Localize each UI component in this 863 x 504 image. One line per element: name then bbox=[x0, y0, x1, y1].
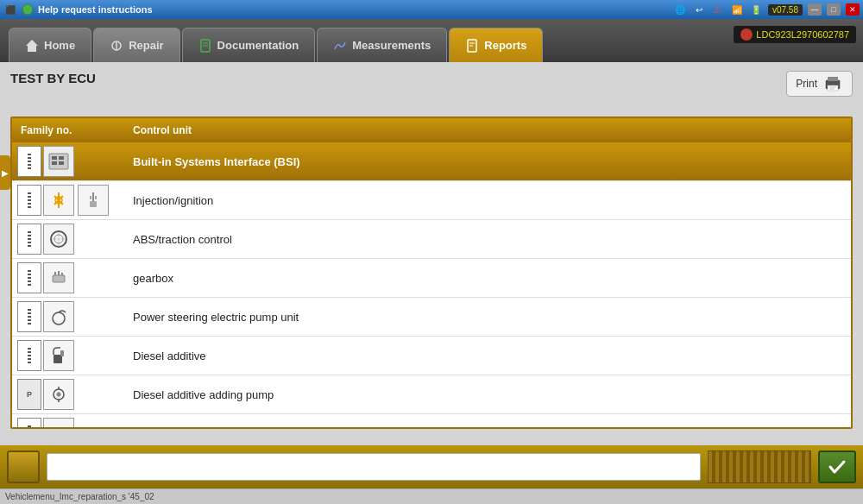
row-icons-5 bbox=[12, 298, 124, 336]
vin-display: LDC923L2970602787 bbox=[734, 26, 856, 43]
svg-rect-13 bbox=[828, 85, 838, 91]
titlebar: ⬛ Help request instructions 🌐 ↩ ⚠ 📶 🔋 v0… bbox=[0, 0, 863, 19]
ecu-connector-icon-6 bbox=[17, 340, 41, 371]
svg-rect-28 bbox=[53, 275, 65, 282]
vin-indicator bbox=[740, 28, 753, 41]
table-row[interactable]: ABS/traction control bbox=[12, 220, 851, 259]
version-badge: v07.58 bbox=[768, 4, 803, 16]
ecu-abs-icon bbox=[43, 224, 74, 255]
svg-rect-20 bbox=[59, 161, 64, 165]
confirm-button[interactable] bbox=[818, 450, 856, 483]
svg-rect-12 bbox=[828, 77, 838, 81]
svg-rect-34 bbox=[60, 350, 64, 356]
win-btn-min[interactable]: — bbox=[808, 3, 822, 16]
reports-icon bbox=[465, 39, 479, 53]
print-icon bbox=[822, 75, 843, 92]
table-row[interactable]: Diesel additive bbox=[12, 337, 851, 375]
row-label-8: Under inflation detection bbox=[124, 422, 851, 428]
svg-rect-18 bbox=[59, 156, 64, 160]
table-row[interactable]: Power steering electric pump unit bbox=[12, 298, 851, 337]
arrow-icon: ▶ bbox=[2, 168, 9, 178]
svg-rect-19 bbox=[52, 161, 57, 165]
tab-repair[interactable]: Repair bbox=[93, 28, 180, 62]
bottombar bbox=[0, 445, 863, 488]
table-header: Family no. Control unit bbox=[12, 118, 851, 142]
ecu-connector-icon-4 bbox=[17, 262, 41, 293]
ecu-steering-icon bbox=[43, 301, 74, 332]
tab-documentation[interactable]: Documentation bbox=[182, 28, 316, 62]
tab-home[interactable]: Home bbox=[9, 28, 91, 62]
row-icons-3 bbox=[12, 220, 124, 258]
ecu-connector-icon-7: P bbox=[17, 379, 41, 410]
table-row[interactable]: Under inflation detection bbox=[12, 414, 851, 427]
checkmark-icon bbox=[827, 457, 847, 477]
win-btn-max[interactable]: □ bbox=[827, 3, 841, 16]
table-row[interactable]: Built-in Systems Interface (BSI) bbox=[12, 142, 851, 181]
row-label-7: Diesel additive adding pump bbox=[124, 383, 851, 406]
row-label-6: Diesel additive bbox=[124, 344, 851, 368]
header-family: Family no. bbox=[12, 124, 124, 136]
ecu-gearbox-icon bbox=[43, 262, 74, 293]
print-label: Print bbox=[796, 78, 817, 90]
table-row[interactable]: P Diesel additive adding pump bbox=[12, 375, 851, 414]
row-icons-1 bbox=[12, 142, 124, 180]
documentation-icon bbox=[198, 39, 212, 53]
app-icon-1: ⬛ bbox=[3, 3, 17, 16]
ecu-plug-icon bbox=[78, 185, 109, 216]
app-icon-2 bbox=[21, 3, 35, 16]
bottom-input[interactable] bbox=[47, 453, 701, 481]
navbar: Home Repair Documentation Measurements R… bbox=[0, 19, 863, 62]
ecu-table-container: Family no. Control unit Built-in Systems… bbox=[10, 117, 853, 429]
row-label-2: Injection/ignition bbox=[124, 189, 851, 212]
row-icons-2 bbox=[12, 181, 124, 219]
titlebar-icons: 🌐 ↩ ⚠ 📶 🔋 v07.58 — □ ✕ bbox=[673, 3, 860, 16]
table-row[interactable]: Injection/ignition bbox=[12, 181, 851, 220]
svg-rect-1 bbox=[28, 45, 36, 52]
row-label-1: Built-in Systems Interface (BSI) bbox=[124, 150, 851, 173]
titlebar-left: ⬛ Help request instructions bbox=[3, 3, 153, 16]
tab-reports[interactable]: Reports bbox=[449, 28, 543, 62]
status-text: Vehiclemenu_Imc_reparation_s '45_02 bbox=[5, 492, 154, 501]
ecu-fuel-icon bbox=[43, 340, 74, 371]
repair-icon bbox=[110, 39, 123, 53]
side-collapse-arrow[interactable]: ▶ bbox=[0, 155, 10, 190]
statusbar: Vehiclemenu_Imc_reparation_s '45_02 bbox=[0, 488, 863, 504]
ecu-pump-icon bbox=[43, 379, 74, 410]
vin-number: LDC923L2970602787 bbox=[756, 29, 849, 40]
page-title: TEST BY ECU bbox=[10, 71, 853, 85]
ecu-connector-icon-5 bbox=[17, 301, 41, 332]
ecu-injection-icon bbox=[43, 185, 74, 216]
svg-point-32 bbox=[53, 312, 65, 324]
bottom-square bbox=[7, 450, 40, 483]
ecu-connector-icon-2 bbox=[17, 185, 41, 216]
nav-icon-2[interactable]: ↩ bbox=[692, 3, 706, 16]
ecu-tire-icon bbox=[43, 418, 74, 427]
main-content: TEST BY ECU Print Family no. Control uni… bbox=[0, 62, 863, 461]
table-body[interactable]: Built-in Systems Interface (BSI) Injecti… bbox=[12, 142, 851, 427]
row-label-3: ABS/traction control bbox=[124, 228, 851, 251]
header-control: Control unit bbox=[124, 124, 851, 136]
nav-icon-1[interactable]: 🌐 bbox=[673, 3, 687, 16]
ecu-connector-icon-3 bbox=[17, 224, 41, 255]
row-label-4: gearbox bbox=[124, 267, 851, 290]
row-icons-4 bbox=[12, 259, 124, 297]
signal-icon: 📶 bbox=[730, 3, 744, 16]
measurements-icon bbox=[333, 39, 347, 53]
row-icons-7: P bbox=[12, 375, 124, 413]
ecu-module-icon bbox=[43, 146, 74, 177]
titlebar-title: Help request instructions bbox=[38, 4, 153, 15]
svg-rect-17 bbox=[52, 156, 57, 160]
row-label-5: Power steering electric pump unit bbox=[124, 306, 851, 329]
tab-measurements[interactable]: Measurements bbox=[317, 28, 447, 62]
bottom-stripes bbox=[708, 450, 811, 483]
home-icon bbox=[25, 39, 39, 53]
win-btn-close[interactable]: ✕ bbox=[846, 3, 860, 16]
svg-point-0 bbox=[22, 4, 33, 15]
table-row[interactable]: gearbox bbox=[12, 259, 851, 298]
ecu-connector-icon bbox=[17, 146, 41, 177]
svg-marker-2 bbox=[26, 40, 38, 46]
print-button[interactable]: Print bbox=[786, 71, 853, 97]
svg-rect-23 bbox=[90, 201, 97, 207]
battery-icon: 🔋 bbox=[749, 3, 763, 16]
ecu-connector-icon-8 bbox=[17, 418, 41, 427]
